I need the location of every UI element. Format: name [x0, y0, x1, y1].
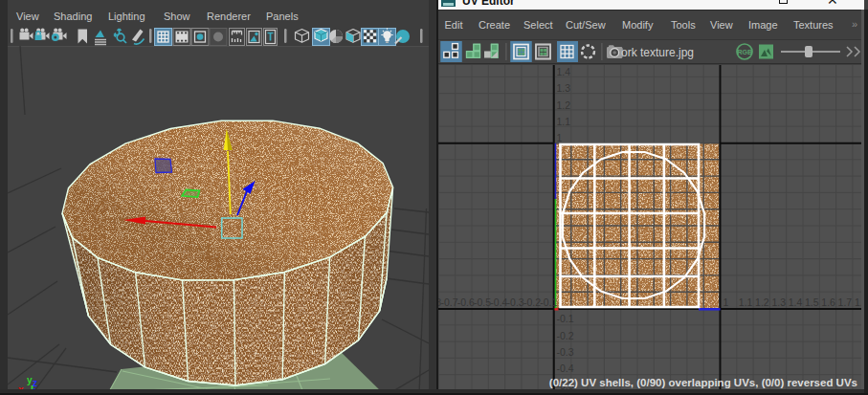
svg-text:1: 1 [557, 132, 563, 143]
svg-text:z: z [33, 378, 37, 388]
svg-text:-0.1: -0.1 [557, 313, 574, 324]
svg-text:-0.7: -0.7 [440, 296, 457, 308]
svg-text:(0/22) UV shells, (0/90) overl: (0/22) UV shells, (0/90) overlapping UVs… [549, 377, 857, 388]
svg-text:1.4: 1.4 [789, 296, 803, 308]
svg-text:1.7: 1.7 [838, 296, 853, 308]
svg-text:1.3: 1.3 [557, 82, 571, 94]
svg-text:1: 1 [723, 296, 729, 308]
svg-text:-0.3: -0.3 [507, 296, 524, 308]
svg-text:-0.2: -0.2 [523, 296, 541, 308]
svg-text:-0.4: -0.4 [557, 362, 574, 374]
svg-text:-0.3: -0.3 [557, 346, 574, 358]
svg-text:1.4: 1.4 [557, 66, 571, 77]
svg-text:-0.6: -0.6 [457, 296, 475, 308]
svg-text:RGB: RGB [738, 49, 753, 55]
svg-text:1.2: 1.2 [755, 296, 769, 308]
svg-text:-0.4: -0.4 [490, 296, 507, 308]
svg-text:1.6: 1.6 [821, 296, 835, 308]
svg-text:1.2: 1.2 [557, 99, 571, 111]
svg-text:1.5: 1.5 [805, 296, 819, 308]
svg-text:-0.5: -0.5 [474, 296, 491, 308]
svg-text:1.1: 1.1 [739, 296, 753, 308]
svg-text:-0.2: -0.2 [557, 330, 574, 341]
svg-text:-0.1: -0.1 [540, 296, 557, 308]
svg-text:1.1: 1.1 [557, 116, 571, 127]
svg-text:1.3: 1.3 [771, 296, 786, 308]
